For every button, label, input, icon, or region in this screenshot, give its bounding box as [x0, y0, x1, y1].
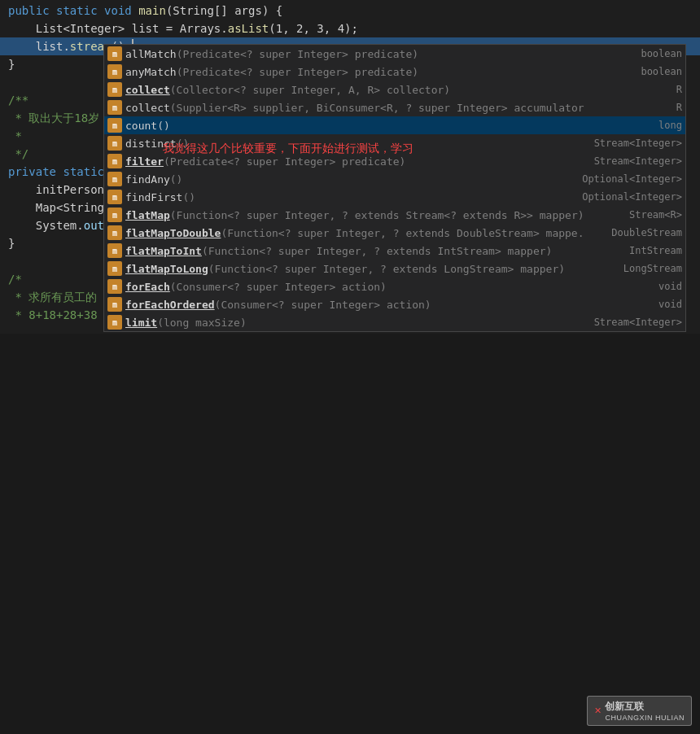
method-icon: m	[107, 172, 122, 186]
ac-method-name: forEach(Consumer<? super Integer> action…	[125, 281, 584, 293]
ac-method-name: anyMatch(Predicate<? super Integer> pred…	[125, 66, 584, 78]
ac-item-anyMatch[interactable]: m anyMatch(Predicate<? super Integer> pr…	[104, 63, 685, 81]
autocomplete-dropdown[interactable]: m allMatch(Predicate<? super Integer> pr…	[103, 44, 686, 332]
method-icon: m	[107, 154, 122, 168]
watermark-line2: CHUANGXIN HULIAN	[605, 714, 685, 722]
method-icon: m	[107, 243, 122, 258]
ac-method-name: findAny()	[125, 173, 582, 186]
method-icon: m	[107, 64, 122, 79]
ac-method-name: flatMapToInt(Function<? super Integer, ?…	[125, 245, 584, 257]
ac-return-type: IntStream	[584, 245, 682, 256]
method-icon: m	[107, 261, 122, 276]
ac-return-type: Stream<Integer>	[584, 155, 682, 167]
ac-return-type: boolean	[584, 48, 682, 59]
ac-method-name: forEachOrdered(Consumer<? super Integer>…	[125, 299, 584, 311]
ac-return-type: R	[584, 102, 682, 113]
ac-item-findFirst[interactable]: m findFirst() Optional<Integer>	[104, 188, 685, 206]
method-icon: m	[107, 100, 122, 115]
method-icon: m	[107, 297, 122, 312]
ac-method-name: flatMapToLong(Function<? super Integer, …	[125, 263, 584, 275]
code-editor: public static void main(String[] args) {…	[0, 0, 700, 324]
ac-item-limit[interactable]: m limit(long maxSize) Stream<Integer>	[104, 313, 685, 331]
ac-return-type: long	[584, 120, 682, 131]
ac-return-type: boolean	[584, 66, 682, 77]
ac-return-type: void	[584, 299, 682, 310]
ac-item-forEachOrdered[interactable]: m forEachOrdered(Consumer<? super Intege…	[104, 295, 685, 313]
method-icon: m	[107, 225, 122, 240]
ac-item-allMatch[interactable]: m allMatch(Predicate<? super Integer> pr…	[104, 45, 685, 63]
method-icon: m	[107, 82, 122, 97]
method-icon: m	[107, 279, 122, 294]
ac-method-name: flatMap(Function<? super Integer, ? exte…	[125, 209, 584, 221]
ac-method-name: filter(Predicate<? super Integer> predic…	[125, 155, 584, 168]
watermark-icon: ✕	[594, 706, 602, 716]
ac-item-flatMapToLong[interactable]: m flatMapToLong(Function<? super Integer…	[104, 260, 685, 277]
annotation-text: 我觉得这几个比较重要，下面开始进行测试，学习	[163, 142, 413, 156]
ac-method-name: flatMapToDouble(Function<? super Integer…	[125, 227, 584, 239]
ac-method-name: count()	[125, 120, 584, 132]
ac-method-name: limit(long maxSize)	[125, 317, 584, 329]
ac-return-type: Optional<Integer>	[582, 173, 682, 185]
ac-item-flatMapToInt[interactable]: m flatMapToInt(Function<? super Integer,…	[104, 242, 685, 260]
code-line-1: public static void main(String[] args) {	[0, 2, 700, 20]
method-icon: m	[107, 118, 122, 133]
ac-item-forEach[interactable]: m forEach(Consumer<? super Integer> acti…	[104, 277, 685, 295]
method-icon: m	[107, 208, 122, 222]
ac-item-collect2[interactable]: m collect(Supplier<R> supplier, BiConsum…	[104, 98, 685, 116]
ac-return-type: Optional<Integer>	[582, 191, 682, 203]
ac-method-name: allMatch(Predicate<? super Integer> pred…	[125, 48, 584, 60]
ac-return-type: Stream<Integer>	[584, 138, 682, 149]
watermark: ✕ 创新互联 CHUANGXIN HULIAN	[587, 696, 692, 726]
ac-item-findAny[interactable]: m findAny() Optional<Integer>	[104, 170, 685, 188]
ac-method-name: collect(Collector<? super Integer, A, R>…	[125, 84, 584, 96]
ac-item-collect1[interactable]: m collect(Collector<? super Integer, A, …	[104, 81, 685, 98]
watermark-line1: 创新互联	[605, 700, 685, 714]
ac-return-type: DoubleStream	[584, 227, 682, 238]
ac-return-type: Stream<R>	[584, 209, 682, 221]
method-icon: m	[107, 46, 122, 61]
ac-method-name: collect(Supplier<R> supplier, BiConsumer…	[125, 102, 584, 114]
method-icon: m	[107, 315, 122, 330]
ac-method-name: findFirst()	[125, 191, 582, 203]
ac-return-type: Stream<Integer>	[584, 317, 682, 328]
method-icon: m	[107, 190, 122, 204]
ac-return-type: R	[584, 84, 682, 95]
code-line-2: List<Integer> list = Arrays.asList(1, 2,…	[0, 20, 700, 37]
ac-item-count[interactable]: m count() long	[104, 116, 685, 134]
bottom-area	[0, 334, 700, 734]
ac-item-flatMapToDouble[interactable]: m flatMapToDouble(Function<? super Integ…	[104, 224, 685, 242]
ac-return-type: LongStream	[584, 263, 682, 274]
method-icon: m	[107, 136, 122, 151]
ac-return-type: void	[584, 281, 682, 292]
ac-item-flatMap[interactable]: m flatMap(Function<? super Integer, ? ex…	[104, 206, 685, 224]
